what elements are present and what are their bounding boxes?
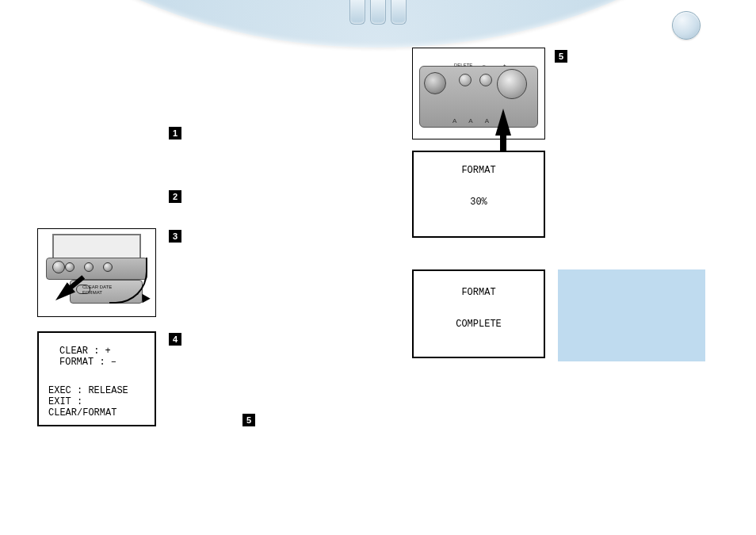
lcd-status: COMPLETE [414, 319, 544, 330]
arrow-up-icon [495, 109, 511, 136]
note-callout [558, 269, 705, 361]
figure-camera-back: CLEAR DATE FORMAT [37, 228, 156, 317]
step-marker-5b: 5 [555, 50, 567, 63]
flap-label-line: FORMAT [82, 290, 112, 296]
camera-slots: A A A [452, 117, 490, 124]
step-marker-4: 4 [169, 333, 181, 346]
minus-button-icon [479, 74, 492, 86]
button-label: DELETE [454, 63, 472, 67]
lcd-line: EXEC : RELEASE [48, 385, 148, 396]
delete-button-icon [459, 74, 472, 86]
camera-lens-icon [424, 72, 446, 94]
lcd-line: EXIT : CLEAR/FORMAT [48, 396, 148, 418]
lcd-format-progress: FORMAT 30% [412, 151, 545, 238]
camera-button-icon [84, 262, 94, 272]
lcd-title: FORMAT [414, 165, 544, 176]
flap-label-line: CLEAR DATE [82, 285, 112, 290]
slot-label: A [468, 117, 473, 124]
lcd-line: CLEAR : + [59, 346, 148, 357]
top-tabs [349, 0, 407, 25]
figure-camera-top: DELETE – + A A A [412, 48, 545, 139]
step-marker-2: 2 [169, 190, 181, 203]
top-knob [672, 11, 701, 40]
shutter-dial-icon [497, 69, 527, 99]
step-marker-1: 1 [169, 127, 181, 139]
camera-lcd-outline [52, 234, 141, 259]
slot-label: A [452, 117, 457, 124]
lcd-progress-value: 30% [414, 197, 544, 208]
lcd-line: FORMAT : – [59, 357, 148, 368]
step-marker-3: 3 [169, 230, 181, 243]
lcd-title: FORMAT [414, 287, 544, 298]
button-label: + [503, 63, 506, 67]
slot-label: A [485, 117, 490, 124]
camera-button-icon [65, 262, 74, 272]
top-tab [370, 0, 386, 25]
lcd-format-complete: FORMAT COMPLETE [412, 269, 545, 358]
camera-button-row [65, 262, 113, 272]
device-top-bar [0, 0, 756, 46]
button-label: – [483, 63, 485, 67]
top-tab [349, 0, 365, 25]
top-tab [391, 0, 407, 25]
step-marker-5a: 5 [242, 414, 255, 426]
flap-labels: CLEAR DATE FORMAT [82, 285, 112, 296]
lcd-clear-format-menu: CLEAR : + FORMAT : – EXEC : RELEASE EXIT… [37, 331, 156, 426]
open-flap-arrow-icon [109, 258, 147, 304]
power-dial-icon [52, 261, 65, 273]
